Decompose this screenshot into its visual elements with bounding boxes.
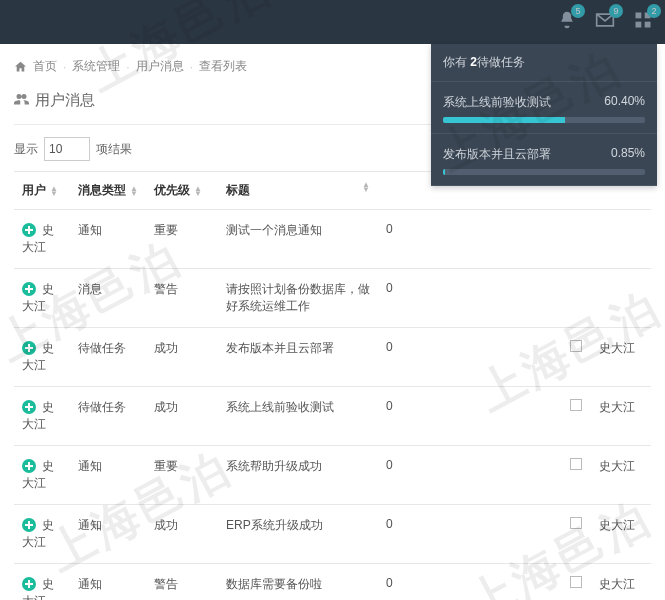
- cell-type: 通知: [70, 505, 146, 564]
- col-header-title[interactable]: 标题▲▼: [218, 172, 378, 210]
- cell-title: 发布版本并且云部署: [218, 328, 378, 387]
- col-header-user-label: 用户: [22, 183, 46, 197]
- tasks-dropdown-header: 你有 2待做任务: [431, 44, 657, 82]
- cell-priority: 重要: [146, 446, 218, 505]
- mail-badge: 9: [609, 4, 623, 18]
- breadcrumb-item[interactable]: 查看列表: [199, 58, 247, 75]
- task-name: 系统上线前验收测试: [443, 94, 551, 111]
- cell-type: 通知: [70, 446, 146, 505]
- cell-from: 史大江: [591, 387, 651, 446]
- breadcrumb-sep: ·: [190, 60, 193, 74]
- breadcrumb-item[interactable]: 系统管理: [72, 58, 120, 75]
- cell-title: 系统帮助升级成功: [218, 446, 378, 505]
- cell-type: 消息: [70, 269, 146, 328]
- length-label-show: 显示: [14, 141, 38, 158]
- cell-count: 0: [378, 328, 412, 387]
- expand-icon[interactable]: [22, 341, 36, 355]
- table-row: 史大江待做任务成功系统上线前验收测试0史大江: [14, 387, 651, 446]
- col-header-user[interactable]: 用户▲▼: [14, 172, 70, 210]
- cell-from: 史大江: [591, 328, 651, 387]
- task-progressbar: [443, 117, 645, 123]
- cell-title: 数据库需要备份啦: [218, 564, 378, 601]
- mail-icon[interactable]: 9: [595, 10, 615, 30]
- expand-icon[interactable]: [22, 577, 36, 591]
- cell-count: 0: [378, 505, 412, 564]
- breadcrumb-sep: ·: [126, 60, 129, 74]
- row-checkbox[interactable]: [570, 576, 582, 588]
- expand-icon[interactable]: [22, 400, 36, 414]
- svg-rect-2: [636, 22, 642, 28]
- sort-icon: ▲▼: [130, 186, 138, 196]
- table-row: 史大江通知重要系统帮助升级成功0史大江: [14, 446, 651, 505]
- cell-priority: 成功: [146, 328, 218, 387]
- cell-count: 0: [378, 269, 412, 328]
- cell-count: 0: [378, 446, 412, 505]
- cell-count: 0: [378, 210, 412, 269]
- cell-from: 史大江: [591, 564, 651, 601]
- col-header-title-label: 标题: [226, 183, 250, 197]
- task-name: 发布版本并且云部署: [443, 146, 551, 163]
- cell-priority: 成功: [146, 505, 218, 564]
- task-item[interactable]: 系统上线前验收测试 60.40%: [431, 82, 657, 134]
- table-row: 史大江待做任务成功发布版本并且云部署0史大江: [14, 328, 651, 387]
- breadcrumb-sep: ·: [63, 60, 66, 74]
- users-icon: [14, 92, 29, 110]
- sort-icon: ▲▼: [362, 182, 370, 192]
- panel-title: 用户消息: [35, 91, 95, 110]
- cell-from: [591, 210, 651, 269]
- bell-badge: 5: [571, 4, 585, 18]
- expand-icon[interactable]: [22, 459, 36, 473]
- table-row: 史大江通知警告数据库需要备份啦0史大江: [14, 564, 651, 601]
- cell-priority: 警告: [146, 269, 218, 328]
- length-select[interactable]: [44, 137, 90, 161]
- length-label-entries: 项结果: [96, 141, 132, 158]
- bell-icon[interactable]: 5: [557, 10, 577, 30]
- row-checkbox[interactable]: [570, 340, 582, 352]
- sort-icon: ▲▼: [50, 186, 58, 196]
- row-checkbox[interactable]: [570, 458, 582, 470]
- breadcrumb-home[interactable]: 首页: [33, 58, 57, 75]
- home-icon[interactable]: [14, 60, 27, 74]
- sort-icon: ▲▼: [194, 186, 202, 196]
- cell-title: ERP系统升级成功: [218, 505, 378, 564]
- tasks-head-suffix: 待做任务: [477, 55, 525, 69]
- expand-icon[interactable]: [22, 518, 36, 532]
- cell-from: 史大江: [591, 446, 651, 505]
- task-percent: 0.85%: [611, 146, 645, 163]
- expand-icon[interactable]: [22, 282, 36, 296]
- cell-count: 0: [378, 564, 412, 601]
- top-bar: 5 9 2: [0, 0, 665, 44]
- task-item[interactable]: 发布版本并且云部署 0.85%: [431, 134, 657, 186]
- cell-from: 史大江: [591, 505, 651, 564]
- col-header-type-label: 消息类型: [78, 183, 126, 197]
- cell-from: [591, 269, 651, 328]
- cell-type: 待做任务: [70, 328, 146, 387]
- apps-badge: 2: [647, 4, 661, 18]
- tasks-dropdown: 你有 2待做任务 系统上线前验收测试 60.40% 发布版本并且云部署 0.85…: [431, 44, 657, 186]
- cell-title: 测试一个消息通知: [218, 210, 378, 269]
- cell-priority: 警告: [146, 564, 218, 601]
- cell-priority: 重要: [146, 210, 218, 269]
- task-percent: 60.40%: [604, 94, 645, 111]
- task-progressbar: [443, 169, 645, 175]
- svg-rect-0: [636, 13, 642, 19]
- col-header-priority-label: 优先级: [154, 183, 190, 197]
- col-header-priority[interactable]: 优先级▲▼: [146, 172, 218, 210]
- row-checkbox[interactable]: [570, 517, 582, 529]
- apps-icon[interactable]: 2: [633, 10, 653, 30]
- tasks-head-prefix: 你有: [443, 55, 470, 69]
- cell-type: 通知: [70, 564, 146, 601]
- table-row: 史大江通知重要测试一个消息通知0: [14, 210, 651, 269]
- cell-priority: 成功: [146, 387, 218, 446]
- col-header-type[interactable]: 消息类型▲▼: [70, 172, 146, 210]
- cell-type: 通知: [70, 210, 146, 269]
- svg-rect-3: [645, 22, 651, 28]
- messages-table: 用户▲▼ 消息类型▲▼ 优先级▲▼ 标题▲▼ 史大江通知重要测试一个消息通知0史…: [14, 172, 651, 600]
- cell-title: 系统上线前验收测试: [218, 387, 378, 446]
- expand-icon[interactable]: [22, 223, 36, 237]
- row-checkbox[interactable]: [570, 399, 582, 411]
- cell-type: 待做任务: [70, 387, 146, 446]
- cell-title: 请按照计划备份数据库，做好系统运维工作: [218, 269, 378, 328]
- breadcrumb-item[interactable]: 用户消息: [136, 58, 184, 75]
- table-row: 史大江消息警告请按照计划备份数据库，做好系统运维工作0: [14, 269, 651, 328]
